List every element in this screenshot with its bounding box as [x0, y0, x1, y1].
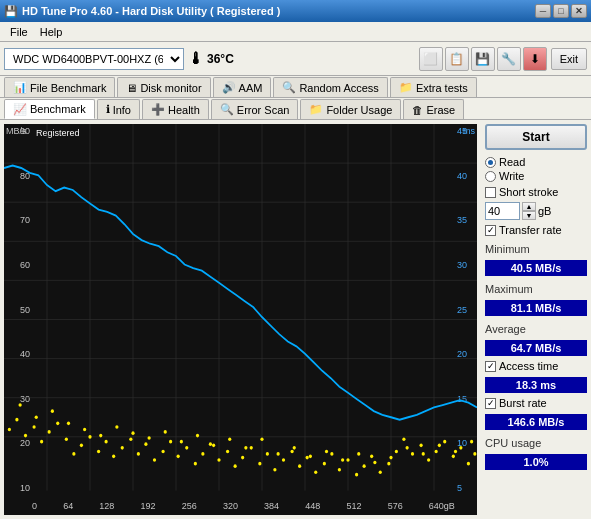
svg-point-70 [427, 458, 430, 462]
svg-point-38 [169, 440, 172, 444]
disk-monitor-icon: 🖥 [126, 82, 137, 94]
svg-point-44 [217, 458, 220, 462]
tab-health-label: Health [168, 104, 200, 116]
radio-write[interactable]: Write [485, 170, 587, 182]
svg-point-100 [389, 456, 392, 460]
svg-point-47 [241, 456, 244, 460]
minimize-button[interactable]: ─ [535, 4, 551, 18]
svg-point-20 [24, 434, 27, 438]
tab-file-benchmark[interactable]: 📊 File Benchmark [4, 77, 115, 97]
spin-down-button[interactable]: ▼ [522, 211, 536, 220]
tab-erase[interactable]: 🗑 Erase [403, 99, 464, 119]
minimum-label: Minimum [485, 243, 587, 255]
toolbar: WDC WD6400BPVT-00HXZ (640 gB) 🌡 36°C ⬜ 📋… [0, 42, 591, 76]
toolbar-btn-1[interactable]: ⬜ [419, 47, 443, 71]
checkbox-short-stroke[interactable]: Short stroke [485, 186, 587, 198]
svg-point-86 [164, 430, 167, 434]
right-panel: Start Read Write Short stroke ▲ ▼ [481, 120, 591, 519]
svg-point-67 [402, 437, 405, 441]
svg-point-49 [258, 462, 261, 466]
tab-disk-monitor[interactable]: 🖥 Disk monitor [117, 77, 210, 97]
spin-up-button[interactable]: ▲ [522, 202, 536, 211]
svg-point-57 [323, 462, 326, 466]
gb-label: gB [538, 205, 551, 217]
radio-read[interactable]: Read [485, 156, 587, 168]
maximum-label: Maximum [485, 283, 587, 295]
maximum-value: 81.1 MB/s [485, 300, 587, 316]
radio-read-dot [488, 160, 493, 165]
checkbox-access-time[interactable]: ✓ Access time [485, 360, 587, 372]
svg-point-75 [467, 462, 470, 466]
tab-benchmark[interactable]: 📈 Benchmark [4, 99, 95, 119]
svg-point-22 [40, 440, 43, 444]
tab-extra-tests-label: Extra tests [416, 82, 468, 94]
svg-point-34 [137, 452, 140, 456]
radio-read-circle [485, 157, 496, 168]
radio-write-label: Write [499, 170, 524, 182]
checkbox-transfer-rate[interactable]: ✓ Transfer rate [485, 224, 587, 236]
app-icon: 💾 [4, 5, 18, 18]
maximize-button[interactable]: □ [553, 4, 569, 18]
burst-rate-label: Burst rate [499, 397, 547, 409]
info-icon: ℹ [106, 103, 110, 116]
toolbar-icons: ⬜ 📋 💾 🔧 ⬇ [419, 47, 547, 71]
benchmark-icon: 📈 [13, 103, 27, 116]
svg-point-97 [341, 458, 344, 462]
svg-point-105 [470, 440, 473, 444]
tab-random-access[interactable]: 🔍 Random Access [273, 77, 387, 97]
menu-help[interactable]: Help [34, 24, 69, 40]
toolbar-btn-4[interactable]: 🔧 [497, 47, 521, 71]
svg-point-74 [459, 446, 462, 450]
svg-point-24 [56, 422, 59, 426]
svg-point-77 [19, 403, 22, 407]
toolbar-btn-2[interactable]: 📋 [445, 47, 469, 71]
chart-svg [4, 124, 477, 515]
close-button[interactable]: ✕ [571, 4, 587, 18]
svg-point-76 [473, 452, 476, 456]
tab-info[interactable]: ℹ Info [97, 99, 140, 119]
svg-point-56 [314, 470, 317, 474]
minimum-value: 40.5 MB/s [485, 260, 587, 276]
radio-group: Read Write [485, 156, 587, 182]
tab-disk-monitor-label: Disk monitor [140, 82, 201, 94]
error-scan-icon: 🔍 [220, 103, 234, 116]
tab-extra-tests[interactable]: 📁 Extra tests [390, 77, 477, 97]
health-icon: ➕ [151, 103, 165, 116]
svg-point-51 [273, 468, 276, 472]
svg-point-29 [97, 450, 100, 454]
svg-point-48 [250, 446, 253, 450]
exit-button[interactable]: Exit [551, 48, 587, 70]
svg-point-82 [99, 434, 102, 438]
svg-point-73 [452, 455, 455, 459]
svg-point-68 [411, 452, 414, 456]
tab-folder-usage[interactable]: 📁 Folder Usage [300, 99, 401, 119]
tab-health[interactable]: ➕ Health [142, 99, 209, 119]
menu-file[interactable]: File [4, 24, 34, 40]
svg-point-25 [65, 437, 68, 441]
toolbar-btn-3[interactable]: 💾 [471, 47, 495, 71]
svg-point-93 [277, 452, 280, 456]
svg-point-18 [8, 428, 11, 432]
svg-point-89 [212, 444, 215, 448]
drive-selector[interactable]: WDC WD6400BPVT-00HXZ (640 gB) [4, 48, 184, 70]
gb-input-row: ▲ ▼ gB [485, 202, 587, 220]
svg-point-30 [105, 440, 108, 444]
menu-bar: File Help [0, 22, 591, 42]
title-bar-controls: ─ □ ✕ [535, 4, 587, 18]
tab-aam[interactable]: 🔊 AAM [213, 77, 272, 97]
svg-point-80 [67, 422, 70, 426]
svg-point-65 [387, 462, 390, 466]
gb-input[interactable] [485, 202, 520, 220]
tab-random-access-label: Random Access [299, 82, 378, 94]
tab-folder-usage-label: Folder Usage [326, 104, 392, 116]
toolbar-btn-5[interactable]: ⬇ [523, 47, 547, 71]
tab-erase-label: Erase [426, 104, 455, 116]
temperature-value: 36°C [207, 52, 234, 66]
svg-point-45 [226, 450, 229, 454]
svg-point-27 [80, 444, 83, 448]
checkbox-burst-rate[interactable]: ✓ Burst rate [485, 397, 587, 409]
svg-point-42 [201, 452, 204, 456]
start-button[interactable]: Start [485, 124, 587, 150]
svg-point-26 [72, 452, 75, 456]
tab-error-scan[interactable]: 🔍 Error Scan [211, 99, 299, 119]
